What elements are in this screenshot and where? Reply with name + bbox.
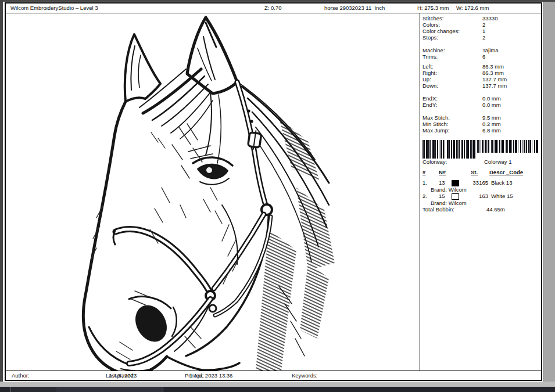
horse-design-drawing [6, 13, 420, 371]
stat-row: Stitches:33330 [422, 15, 540, 21]
screen: { "header": { "app_title": "Wilcom Embro… [0, 0, 555, 392]
stat-row: Min Stitch:0.2 mm [422, 121, 540, 127]
stat-row: Up:137.7 mm [422, 76, 540, 82]
stat-row: Colors:2 [422, 21, 540, 28]
stat-row: Color changes:1 [422, 28, 540, 34]
app-title: Wilcom EmbroideryStudio – Level 3 [10, 3, 98, 13]
design-preview [6, 13, 420, 371]
thread-row: 1. 13 33165 Black 13 [422, 179, 540, 186]
colorway-value: Colorway 1 [484, 159, 512, 165]
thread-table-header: # N# St. Descr _Code [422, 168, 540, 176]
stat-row: Down:137.7 mm [422, 82, 540, 89]
print-preview-page: Wilcom EmbroideryStudio – Level 3 Z: 0.7… [5, 2, 542, 381]
zoom-level: Z: 0.70 [264, 3, 282, 13]
window-edge-left [0, 0, 3, 385]
thread-row: 2. 15 163 White 15 [422, 193, 540, 200]
stat-row: Left:86.3 mm [422, 63, 540, 70]
design-name: horse 29032023 11 Inch [324, 3, 385, 13]
stat-row: Max Jump:6.8 mm [422, 127, 540, 134]
color-swatch [452, 180, 459, 186]
workspace-background-bottom [0, 382, 555, 387]
design-width: W: 172.6 mm [456, 3, 489, 13]
thread-brand: Brand: Wilcom [422, 200, 540, 206]
stat-row: Right:86.3 mm [422, 70, 540, 76]
window-edge-top [0, 0, 555, 2]
last-saved: Last Saved: 1 Apr, 2023 [106, 371, 109, 380]
stat-row: EndX:0.0 mm [422, 95, 540, 102]
stat-row: Machine:Tajima [422, 47, 540, 53]
keywords-label: Keywords: [292, 371, 317, 380]
color-swatch [452, 193, 459, 200]
design-barcode [422, 140, 540, 159]
page-header: Wilcom EmbroideryStudio – Level 3 Z: 0.7… [6, 3, 541, 13]
stat-row: EndY:0.0 mm [422, 102, 540, 108]
total-bobbin-row: Total Bobbin: 44.65m [422, 206, 540, 213]
stat-row: Max Stitch:9.5 mm [422, 114, 540, 121]
taskbar-segment [56, 387, 163, 392]
barcode-row [422, 153, 478, 159]
page-body: Stitches:33330 Colors:2 Color changes:1 … [6, 13, 541, 371]
author-label: Author: [12, 371, 30, 380]
design-height: H: 275.3 mm [417, 3, 449, 13]
colorway-row: Colorway: Colorway 1 [422, 159, 540, 165]
page-footer: Author: Last Saved: 1 Apr, 2023 Printed:… [6, 371, 541, 380]
taskbar-segment [10, 387, 57, 392]
design-info-panel: Stitches:33330 Colors:2 Color changes:1 … [420, 13, 541, 371]
stat-row: Trims:6 [422, 53, 540, 60]
printed: Printed: 1 Apr, 2023 13:36 [185, 371, 189, 380]
stat-row: Stops:2 [422, 34, 540, 41]
taskbar-strip [0, 387, 555, 392]
workspace-background-right [543, 2, 555, 385]
barcode-row [422, 140, 540, 153]
thread-brand: Brand: Wilcom [422, 186, 540, 193]
colorway-label: Colorway: [422, 159, 447, 165]
